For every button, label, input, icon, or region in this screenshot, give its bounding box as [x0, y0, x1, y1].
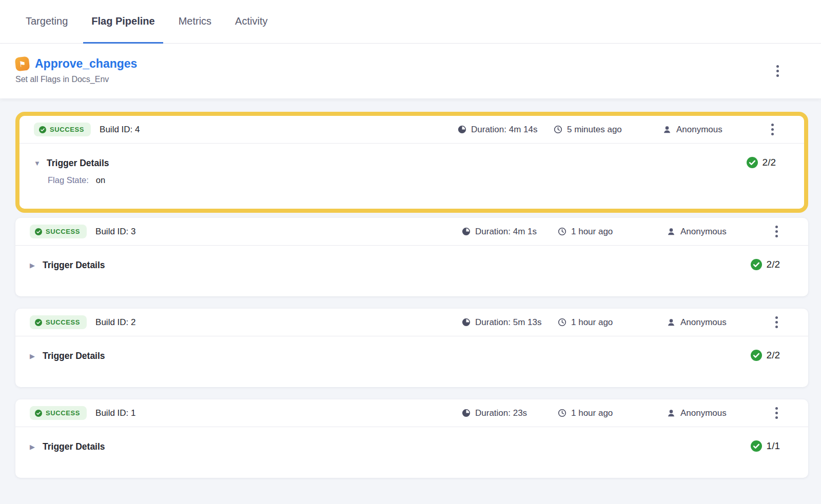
duration: Duration: 5m 13s: [462, 317, 558, 328]
duration: Duration: 23s: [462, 408, 558, 418]
success-check-icon: [35, 410, 42, 417]
user-icon: [667, 227, 676, 236]
status-label: SUCCESS: [46, 409, 80, 417]
tab-metrics[interactable]: Metrics: [170, 0, 220, 44]
status-badge: SUCCESS: [34, 123, 91, 136]
time-ago: 5 minutes ago: [554, 125, 662, 135]
caret-right-icon: ▶: [30, 352, 37, 360]
flag-title-link[interactable]: Approve_changes: [35, 57, 137, 71]
checks-count: 2/2: [751, 259, 780, 270]
flag-state-label: Flag State:: [48, 175, 89, 185]
tab-label: Targeting: [26, 15, 68, 27]
flag-state-value: on: [96, 175, 105, 185]
build-card-3: SUCCESS Build ID: 3 Duration: 4m 1s 1 ho…: [15, 218, 808, 296]
flag-header: ⚑ Approve_changes Set all Flags in Docs_…: [0, 44, 821, 98]
duration-pie-icon: [462, 409, 471, 417]
build-card-body: ▶ Trigger Details 2/2: [15, 336, 808, 387]
build-id: Build ID: 2: [95, 317, 135, 328]
caret-right-icon: ▶: [30, 443, 37, 451]
tab-label: Metrics: [179, 15, 211, 27]
build-list: SUCCESS Build ID: 4 Duration: 4m 14s 5 m…: [0, 98, 821, 504]
clock-icon: [558, 318, 566, 327]
build-card-header: SUCCESS Build ID: 1 Duration: 23s 1 hour…: [15, 399, 808, 427]
status-badge: SUCCESS: [30, 406, 87, 420]
triggered-by-user: Anonymous: [667, 227, 773, 237]
flag-subtitle: Set all Flags in Docs_Env: [15, 75, 806, 84]
trigger-details-label: Trigger Details: [43, 351, 105, 361]
check-circle-icon: [747, 157, 758, 168]
build-options-kebab-menu[interactable]: [769, 122, 776, 137]
user-icon: [667, 409, 676, 418]
build-id: Build ID: 3: [95, 227, 135, 237]
flag-options-kebab-menu[interactable]: [774, 63, 781, 79]
tab-label: Activity: [235, 15, 267, 27]
tab-bar: Targeting Flag Pipeline Metrics Activity: [0, 0, 821, 44]
status-badge: SUCCESS: [30, 315, 87, 329]
check-circle-icon: [751, 440, 762, 452]
build-id: Build ID: 4: [100, 125, 140, 135]
user-icon: [667, 318, 676, 327]
user-icon: [662, 125, 672, 134]
build-card-header: SUCCESS Build ID: 3 Duration: 4m 1s 1 ho…: [15, 218, 808, 246]
build-card-body: ▶ Trigger Details 2/2: [15, 246, 808, 296]
build-card-highlight-ring: SUCCESS Build ID: 4 Duration: 4m 14s 5 m…: [15, 112, 808, 213]
time-ago: 1 hour ago: [558, 227, 667, 237]
caret-down-icon: ▼: [34, 159, 41, 167]
build-card-header: SUCCESS Build ID: 2 Duration: 5m 13s 1 h…: [15, 309, 808, 336]
build-options-kebab-menu[interactable]: [773, 314, 780, 330]
trigger-details-label: Trigger Details: [43, 441, 105, 452]
tab-label: Flag Pipeline: [91, 15, 154, 27]
time-ago: 1 hour ago: [558, 408, 667, 418]
flag-state-row: Flag State:on: [48, 175, 776, 185]
build-card-header: SUCCESS Build ID: 4 Duration: 4m 14s 5 m…: [19, 116, 804, 144]
duration-pie-icon: [462, 318, 471, 327]
status-badge: SUCCESS: [30, 225, 87, 238]
build-id: Build ID: 1: [95, 408, 135, 418]
status-label: SUCCESS: [46, 318, 80, 326]
success-check-icon: [39, 126, 46, 133]
triggered-by-user: Anonymous: [662, 125, 769, 135]
success-check-icon: [35, 228, 42, 235]
duration-pie-icon: [458, 125, 466, 134]
time-ago: 1 hour ago: [558, 317, 667, 328]
clock-icon: [558, 409, 566, 417]
clock-icon: [554, 125, 562, 134]
tab-targeting[interactable]: Targeting: [17, 0, 76, 44]
build-card-body: ▼ Trigger Details Flag State:on 2/2: [19, 144, 804, 209]
status-label: SUCCESS: [50, 126, 84, 133]
duration: Duration: 4m 1s: [462, 227, 558, 237]
trigger-details-toggle[interactable]: ▶ Trigger Details: [30, 351, 780, 361]
build-options-kebab-menu[interactable]: [773, 405, 780, 421]
checks-count: 2/2: [751, 350, 780, 361]
checks-count: 2/2: [747, 157, 776, 168]
tab-flag-pipeline[interactable]: Flag Pipeline: [83, 0, 163, 44]
trigger-details-toggle[interactable]: ▼ Trigger Details: [34, 158, 776, 169]
build-options-kebab-menu[interactable]: [773, 224, 780, 239]
build-card-1: SUCCESS Build ID: 1 Duration: 23s 1 hour…: [15, 399, 808, 478]
status-label: SUCCESS: [46, 228, 80, 235]
tab-activity[interactable]: Activity: [227, 0, 276, 44]
duration-pie-icon: [462, 227, 471, 236]
trigger-details-toggle[interactable]: ▶ Trigger Details: [30, 441, 780, 452]
trigger-details-toggle[interactable]: ▶ Trigger Details: [30, 260, 780, 271]
trigger-details-label: Trigger Details: [47, 158, 109, 169]
check-circle-icon: [751, 350, 762, 361]
build-card-2: SUCCESS Build ID: 2 Duration: 5m 13s 1 h…: [15, 309, 808, 387]
duration: Duration: 4m 14s: [458, 125, 554, 135]
check-circle-icon: [751, 259, 762, 270]
checks-count: 1/1: [751, 440, 780, 452]
trigger-details-label: Trigger Details: [43, 260, 105, 271]
clock-icon: [558, 227, 566, 236]
build-card-4: SUCCESS Build ID: 4 Duration: 4m 14s 5 m…: [19, 116, 804, 209]
caret-right-icon: ▶: [30, 261, 37, 269]
build-card-body: ▶ Trigger Details 1/1: [15, 427, 808, 478]
feature-flag-icon: ⚑: [15, 56, 30, 72]
triggered-by-user: Anonymous: [667, 408, 773, 418]
triggered-by-user: Anonymous: [667, 317, 773, 328]
success-check-icon: [35, 319, 42, 326]
